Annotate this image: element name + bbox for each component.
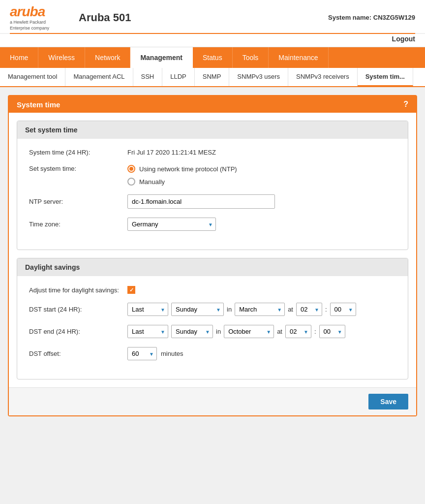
- dst-start-day-select[interactable]: Sunday Monday Tuesday Wednesday Thursday…: [171, 303, 224, 316]
- ntp-server-input[interactable]: [127, 194, 275, 209]
- checkmark-icon: ✓: [129, 287, 134, 293]
- daylight-savings-header: Daylight savings: [17, 258, 408, 276]
- set-time-label: Set system time:: [29, 165, 127, 172]
- adjust-label: Adjust time for daylight savings:: [29, 286, 127, 294]
- manual-radio-button[interactable]: [127, 178, 135, 186]
- dst-end-row: DST end (24 HR): Last First Second Third…: [29, 325, 396, 338]
- set-system-time-header: Set system time: [17, 121, 408, 139]
- dst-start-colon: :: [325, 306, 327, 313]
- system-time-label: System time (24 HR):: [29, 149, 127, 156]
- time-mode-group: Using network time protocol (NTP) Manual…: [127, 165, 237, 186]
- nav-home[interactable]: Home: [0, 47, 38, 68]
- dst-end-colon: :: [314, 328, 316, 335]
- subnav-management-acl[interactable]: Management ACL: [65, 68, 133, 86]
- subnav-lldp[interactable]: LLDP: [162, 68, 195, 86]
- dst-start-month-wrapper: JanuaryFebruaryMarch AprilMayJune JulyAu…: [235, 303, 285, 316]
- dst-offset-row: DST offset: 30 60 90 120 minutes: [29, 347, 396, 360]
- save-button[interactable]: Save: [368, 394, 408, 410]
- ntp-radio-label: Using network time protocol (NTP): [139, 165, 237, 173]
- nav-tools[interactable]: Tools: [233, 47, 269, 68]
- section-header: System time ?: [9, 96, 416, 113]
- subnav-management-tool[interactable]: Management tool: [0, 68, 65, 86]
- subnav-snmpv3-receivers[interactable]: SNMPv3 receivers: [288, 68, 358, 86]
- dst-end-occurrence-wrapper: Last First Second Third Fourth: [127, 325, 168, 338]
- time-zone-row: Time zone: Germany UTC US/Eastern US/Pac…: [29, 218, 396, 231]
- dst-end-month-select[interactable]: JanuaryFebruaryMarch AprilMayJune JulyAu…: [224, 325, 274, 338]
- dst-end-at-text: at: [277, 328, 282, 335]
- set-time-row: Set system time: Using network time prot…: [29, 165, 396, 186]
- dst-end-label: DST end (24 HR):: [29, 328, 127, 335]
- device-title: Aruba 501: [79, 11, 131, 24]
- dst-start-in-text: in: [227, 306, 232, 313]
- ntp-server-label: NTP server:: [29, 198, 127, 205]
- system-time-section: System time ? Set system time System tim…: [8, 95, 417, 416]
- nav-maintenance[interactable]: Maintenance: [269, 47, 328, 68]
- dst-end-controls: Last First Second Third Fourth Sunday Mo…: [127, 325, 345, 338]
- system-name: System name: CN3ZG5W129: [328, 14, 415, 21]
- system-time-value: Fri Jul 17 2020 11:21:41 MESZ: [127, 149, 216, 156]
- dst-end-hour-select[interactable]: 000102 03: [285, 325, 311, 338]
- ntp-radio-button[interactable]: [127, 165, 135, 173]
- logout-link[interactable]: Logout: [392, 35, 415, 43]
- dst-start-month-select[interactable]: JanuaryFebruaryMarch AprilMayJune JulyAu…: [235, 303, 285, 316]
- ntp-radio-option[interactable]: Using network time protocol (NTP): [127, 165, 237, 173]
- dst-end-month-wrapper: JanuaryFebruaryMarch AprilMayJune JulyAu…: [224, 325, 274, 338]
- dst-start-day-wrapper: Sunday Monday Tuesday Wednesday Thursday…: [171, 303, 224, 316]
- dst-end-in-text: in: [216, 328, 221, 335]
- time-zone-select-wrapper: Germany UTC US/Eastern US/Pacific: [127, 218, 216, 231]
- save-bar: Save: [9, 387, 416, 415]
- dst-end-day-wrapper: Sunday Monday: [171, 325, 213, 338]
- dst-offset-label: DST offset:: [29, 350, 127, 357]
- dst-offset-unit: minutes: [161, 350, 183, 357]
- dst-start-occurrence-wrapper: Last First Second Third Fourth: [127, 303, 168, 316]
- nav-network[interactable]: Network: [85, 47, 130, 68]
- dst-offset-select-wrapper: 30 60 90 120: [127, 347, 157, 360]
- dst-start-row: DST start (24 HR): Last First Second Thi…: [29, 303, 396, 316]
- help-icon[interactable]: ?: [403, 100, 408, 109]
- subnav-snmpv3-users[interactable]: SNMPv3 users: [229, 68, 288, 86]
- subnav-system-time[interactable]: System tim...: [358, 68, 413, 86]
- time-zone-label: Time zone:: [29, 220, 127, 228]
- dst-end-min-select[interactable]: 00153045: [319, 325, 345, 338]
- dst-start-hour-wrapper: 000102 030405: [296, 303, 322, 316]
- dst-end-day-select[interactable]: Sunday Monday: [171, 325, 213, 338]
- set-system-time-card: Set system time System time (24 HR): Fri…: [17, 121, 408, 250]
- main-nav: Home Wireless Network Management Status …: [0, 47, 425, 68]
- subnav-ssh[interactable]: SSH: [133, 68, 163, 86]
- logo: aruba a Hewlett Packard Enterprise compa…: [10, 4, 49, 31]
- adjust-checkbox[interactable]: ✓: [127, 286, 135, 294]
- system-time-row: System time (24 HR): Fri Jul 17 2020 11:…: [29, 149, 396, 156]
- logo-sub: a Hewlett Packard Enterprise company: [10, 20, 49, 31]
- ntp-radio-dot: [129, 167, 133, 171]
- logo-text: aruba: [10, 4, 49, 20]
- dst-start-at-text: at: [288, 306, 293, 313]
- dst-start-label: DST start (24 HR):: [29, 306, 127, 313]
- dst-start-controls: Last First Second Third Fourth Sunday Mo…: [127, 303, 356, 316]
- adjust-row: Adjust time for daylight savings: ✓: [29, 286, 396, 294]
- ntp-server-row: NTP server:: [29, 194, 396, 209]
- manual-radio-label: Manually: [139, 178, 165, 186]
- manual-radio-option[interactable]: Manually: [127, 178, 237, 186]
- subnav-snmp[interactable]: SNMP: [195, 68, 230, 86]
- nav-management[interactable]: Management: [130, 47, 193, 68]
- daylight-savings-card: Daylight savings Adjust time for dayligh…: [17, 258, 408, 379]
- time-zone-select[interactable]: Germany UTC US/Eastern US/Pacific: [127, 218, 216, 231]
- dst-end-occurrence-select[interactable]: Last First Second Third Fourth: [127, 325, 168, 338]
- dst-end-hour-wrapper: 000102 03: [285, 325, 311, 338]
- dst-end-min-wrapper: 00153045: [319, 325, 345, 338]
- dst-start-occurrence-select[interactable]: Last First Second Third Fourth: [127, 303, 168, 316]
- dst-offset-controls: 30 60 90 120 minutes: [127, 347, 183, 360]
- sub-nav: Management tool Management ACL SSH LLDP …: [0, 68, 425, 87]
- nav-wireless[interactable]: Wireless: [38, 47, 85, 68]
- dst-start-min-wrapper: 00153045: [330, 303, 356, 316]
- section-title: System time: [17, 100, 60, 109]
- dst-start-hour-select[interactable]: 000102 030405: [296, 303, 322, 316]
- dst-start-min-select[interactable]: 00153045: [330, 303, 356, 316]
- dst-offset-select[interactable]: 30 60 90 120: [127, 347, 157, 360]
- nav-status[interactable]: Status: [193, 47, 233, 68]
